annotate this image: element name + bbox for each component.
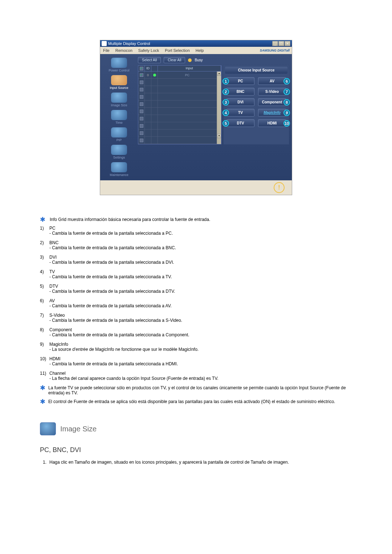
app-title: Multiple Display Control bbox=[108, 41, 150, 46]
menu-bar: File Remocon Safety Lock Port Selection … bbox=[100, 47, 292, 54]
row-checkbox[interactable] bbox=[140, 131, 143, 135]
note: ✱El control de Fuente de entrada se apli… bbox=[40, 399, 352, 404]
brand-logo: SAMSUNG DIGITall bbox=[260, 49, 292, 52]
grid-header-check[interactable] bbox=[138, 66, 145, 71]
row-input-value: PC bbox=[158, 73, 217, 77]
grid-row[interactable] bbox=[138, 93, 217, 100]
row-checkbox[interactable] bbox=[140, 139, 143, 142]
sidebar-item-settings[interactable]: Settings bbox=[103, 144, 135, 160]
sidebar-item-pip[interactable]: PIP bbox=[103, 127, 135, 143]
grid-row[interactable] bbox=[138, 130, 217, 137]
list-item: 3)DVI- Cambia la fuente de entrada de la… bbox=[40, 255, 352, 265]
row-checkbox[interactable] bbox=[140, 110, 143, 113]
item-name: AV bbox=[49, 298, 352, 303]
sidebar-item-time[interactable]: Time bbox=[103, 109, 135, 125]
source-button-dvi[interactable]: DVI3 bbox=[226, 98, 254, 106]
item-number: 8) bbox=[40, 327, 49, 337]
menu-file[interactable]: File bbox=[100, 48, 113, 53]
row-checkbox[interactable] bbox=[140, 124, 143, 128]
row-checkbox[interactable] bbox=[140, 81, 143, 84]
grid-row[interactable] bbox=[138, 137, 217, 144]
grid-row[interactable]: 0 PC bbox=[138, 71, 217, 79]
sidebar-item-power[interactable]: Power Control bbox=[103, 57, 135, 73]
sidebar-item-input-source[interactable]: Input Source bbox=[103, 74, 135, 90]
item-number: 11) bbox=[40, 371, 49, 381]
status-dot-icon bbox=[153, 74, 156, 77]
item-name: BNC bbox=[49, 240, 352, 245]
source-button-s-video[interactable]: S-Video7 bbox=[258, 88, 286, 95]
pip-icon bbox=[111, 127, 127, 138]
menu-safety-lock[interactable]: Safety Lock bbox=[135, 48, 162, 53]
menu-remocon[interactable]: Remocon bbox=[113, 48, 135, 53]
item-number: 9) bbox=[40, 342, 49, 352]
info-grid: ID Input 0 PC bbox=[138, 65, 221, 144]
star-icon: ✱ bbox=[40, 399, 45, 404]
callout-badge: 7 bbox=[283, 89, 290, 95]
note: ✱La fuente TV se puede seleccionar sólo … bbox=[40, 385, 352, 395]
time-icon bbox=[111, 110, 127, 120]
row-checkbox[interactable] bbox=[140, 88, 143, 91]
item-name: DVI bbox=[49, 255, 352, 260]
scrollbar[interactable]: ▴ ▾ bbox=[217, 71, 221, 144]
input-source-panel: Choose Input Source PC1AV6BNC2S-Video7DV… bbox=[224, 65, 289, 144]
sidebar-item-maintenance[interactable]: Maintenance bbox=[103, 161, 135, 177]
grid-row[interactable] bbox=[138, 79, 217, 86]
row-checkbox[interactable] bbox=[140, 73, 143, 77]
grid-header-status bbox=[151, 66, 158, 71]
source-button-tv[interactable]: TV4 bbox=[226, 109, 254, 116]
note-text: El control de Fuente de entrada se aplic… bbox=[48, 399, 335, 404]
minimize-button[interactable]: _ bbox=[272, 41, 278, 46]
list-item: 9)MagicInfo- La source d'entrée de Magic… bbox=[40, 342, 352, 352]
source-button-av[interactable]: AV6 bbox=[258, 77, 286, 85]
item-number: 2) bbox=[40, 240, 49, 250]
menu-port-selection[interactable]: Port Selection bbox=[162, 48, 192, 53]
scroll-up-icon[interactable]: ▴ bbox=[217, 71, 221, 76]
image-size-section-icon bbox=[40, 422, 56, 435]
busy-indicator-icon bbox=[188, 58, 192, 62]
input-source-icon bbox=[111, 75, 127, 85]
image-size-icon bbox=[111, 93, 127, 103]
row-checkbox[interactable] bbox=[140, 95, 143, 99]
sidebar-item-label: Input Source bbox=[110, 86, 128, 90]
grid-row[interactable] bbox=[138, 115, 217, 122]
callout-badge: 10 bbox=[283, 120, 290, 127]
scroll-down-icon[interactable]: ▾ bbox=[217, 134, 221, 138]
item-desc: - Cambia la fuente de entrada de la pant… bbox=[49, 231, 352, 236]
item-desc: - La flecha del canal aparece cuando la … bbox=[49, 376, 352, 381]
clear-all-button[interactable]: Clear All bbox=[164, 57, 185, 63]
item-desc: - Cambia la fuente de entrada de la pant… bbox=[49, 260, 352, 265]
item-name: S-Video bbox=[49, 313, 352, 318]
close-button[interactable]: × bbox=[285, 41, 290, 46]
source-button-component[interactable]: Component8 bbox=[258, 98, 286, 106]
source-button-magicinfo[interactable]: MagicInfo9 bbox=[258, 109, 286, 116]
grid-row[interactable] bbox=[138, 86, 217, 93]
grid-header: ID Input bbox=[138, 66, 221, 71]
source-button-dtv[interactable]: DTV5 bbox=[226, 119, 254, 127]
row-checkbox[interactable] bbox=[140, 117, 143, 120]
menu-help[interactable]: Help bbox=[193, 48, 207, 53]
item-desc: - Cambia la fuente de entrada de la pant… bbox=[49, 361, 352, 366]
sidebar-item-label: Settings bbox=[113, 156, 125, 159]
instruction-text: Haga clic en Tamaño de imagen, situado e… bbox=[49, 460, 289, 465]
item-number: 4) bbox=[40, 269, 49, 279]
busy-label: Busy bbox=[195, 58, 203, 62]
source-button-pc[interactable]: PC1 bbox=[226, 77, 254, 85]
maintenance-icon bbox=[111, 162, 127, 172]
grid-row[interactable] bbox=[138, 100, 217, 108]
item-desc: - Cambia la fuente de entrada de la pant… bbox=[49, 303, 352, 308]
grid-row[interactable] bbox=[138, 122, 217, 130]
callout-badge: 6 bbox=[283, 78, 290, 85]
source-button-hdmi[interactable]: HDMI10 bbox=[258, 119, 286, 127]
window-controls: _ □ × bbox=[272, 41, 290, 46]
item-number: 6) bbox=[40, 298, 49, 308]
item-desc: - La source d'entrée de MagicInfo ne fon… bbox=[49, 347, 352, 352]
grid-header-input: Input bbox=[158, 66, 221, 71]
star-icon: ✱ bbox=[40, 385, 45, 395]
sidebar-item-image-size[interactable]: Image Size bbox=[103, 92, 135, 108]
source-button-bnc[interactable]: BNC2 bbox=[226, 88, 254, 95]
select-all-button[interactable]: Select All bbox=[138, 57, 161, 63]
row-checkbox[interactable] bbox=[140, 102, 143, 106]
grid-row[interactable] bbox=[138, 108, 217, 115]
item-name: PC bbox=[49, 226, 352, 231]
maximize-button[interactable]: □ bbox=[278, 41, 284, 46]
